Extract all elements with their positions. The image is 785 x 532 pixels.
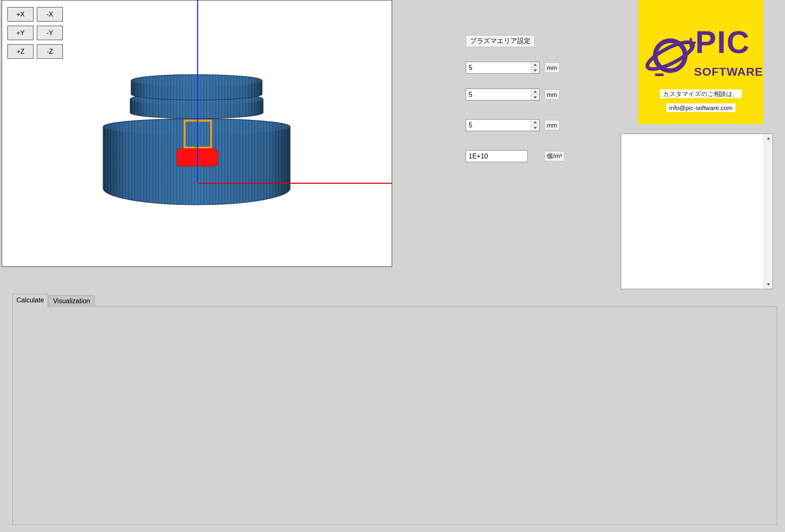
tab-visualization[interactable]: Visualization (48, 295, 95, 306)
model-ring-upper (131, 74, 262, 100)
atom-icon (643, 26, 698, 84)
brand-subtitle: SOFTWARE (694, 65, 763, 79)
plasma-density-unit: 個/m³ (544, 151, 565, 161)
plasma-density-input[interactable] (466, 150, 528, 162)
logo-contact-line: カスタマイズのご相談は、 (638, 90, 763, 98)
brand-name: PIC (695, 24, 750, 60)
view-minus-z-button[interactable]: -Z (37, 44, 63, 59)
plasma-size-z-spinner[interactable] (531, 120, 539, 131)
plasma-size-z-input[interactable] (466, 119, 540, 131)
spin-down-icon[interactable] (531, 68, 539, 73)
view-minus-x-button[interactable]: -X (37, 7, 63, 22)
scroll-down-icon[interactable] (764, 280, 773, 289)
calculate-tab-page (12, 306, 777, 525)
view-plus-x-button[interactable]: +X (7, 7, 34, 22)
plasma-size-x-input[interactable] (466, 62, 540, 74)
spin-up-icon[interactable] (531, 62, 539, 68)
plasma-size-z-value[interactable] (466, 120, 531, 131)
pic-software-logo: PIC SOFTWARE カスタマイズのご相談は、 info@pic-softw… (638, 0, 763, 124)
view-plus-y-button[interactable]: +Y (7, 26, 34, 40)
plasma-size-y-value[interactable] (466, 89, 531, 100)
spin-down-icon[interactable] (531, 125, 539, 131)
plasma-size-x-value[interactable] (466, 62, 531, 73)
view-plus-z-button[interactable]: +Z (7, 44, 34, 59)
3d-viewport[interactable]: +X -X +Y -Y +Z -Z (2, 0, 392, 267)
logo-email: info@pic-software.com (638, 104, 763, 112)
spin-down-icon[interactable] (531, 95, 539, 100)
spin-up-icon[interactable] (531, 120, 539, 125)
plasma-area-settings-label: プラズマエリア設定 (466, 35, 535, 47)
log-listbox[interactable] (621, 134, 773, 289)
application-window: +X -X +Y -Y +Z -Z プラズマエリア設定 mm mm mm 個/m… (0, 0, 785, 532)
plasma-size-z-unit: mm (544, 120, 560, 130)
3d-scene (2, 0, 392, 266)
view-minus-y-button[interactable]: -Y (37, 26, 63, 40)
plasma-size-x-spinner[interactable] (531, 62, 539, 73)
plasma-size-y-spinner[interactable] (531, 89, 539, 100)
plasma-size-y-input[interactable] (466, 89, 540, 101)
plasma-size-y-unit: mm (544, 89, 560, 100)
tab-calculate[interactable]: Calculate (12, 294, 48, 307)
spin-up-icon[interactable] (531, 89, 539, 95)
log-scrollbar[interactable] (763, 134, 773, 289)
plasma-size-x-unit: mm (544, 62, 560, 73)
scroll-up-icon[interactable] (764, 134, 773, 143)
